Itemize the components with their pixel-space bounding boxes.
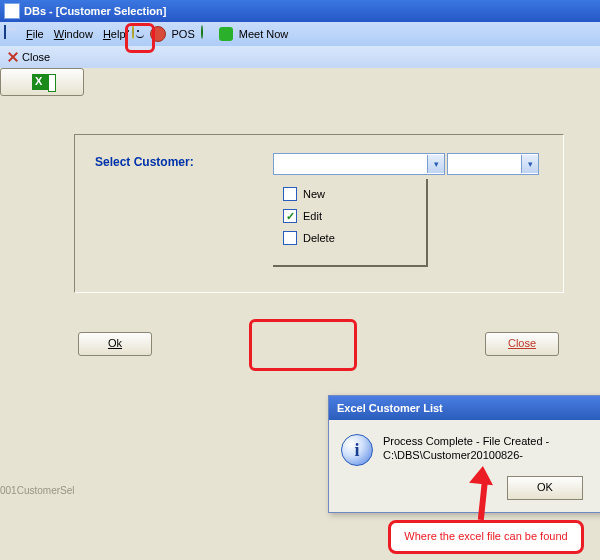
mode-group: New Edit Delete [273, 179, 428, 267]
globe-icon[interactable] [201, 26, 217, 42]
option-edit-label: Edit [303, 210, 322, 222]
option-new-label: New [303, 188, 325, 200]
checkbox-delete[interactable] [283, 231, 297, 245]
close-button[interactable]: Close [485, 332, 559, 356]
chevron-down-icon: ▾ [521, 155, 538, 173]
toolbar-close-button[interactable]: Close [2, 49, 55, 65]
dialog-title[interactable]: Excel Customer List [329, 396, 600, 420]
checkbox-new[interactable] [283, 187, 297, 201]
toolbar: Close [0, 46, 600, 68]
option-edit[interactable]: Edit [283, 209, 416, 223]
dialog-ok-button[interactable]: OK [507, 476, 583, 500]
toolbar-close-label: Close [22, 51, 50, 63]
annotation-highlight-excel [249, 319, 357, 371]
option-new[interactable]: New [283, 187, 416, 201]
excel-icon [32, 74, 52, 90]
menu-window[interactable]: Window [50, 26, 97, 42]
menu-meetnow[interactable]: Meet Now [235, 26, 293, 42]
dialog-message: Process Complete - File Created - C:\DBS… [383, 434, 589, 462]
ok-button[interactable]: Ok [78, 332, 152, 356]
app-window: DBs - [Customer Selection] File Window H… [0, 0, 600, 560]
menu-file[interactable]: File [22, 26, 48, 42]
stop-icon[interactable] [150, 26, 166, 42]
customer-panel: Select Customer: ▾ ▾ New Edit Delete [74, 134, 564, 293]
menu-pos[interactable]: POS [168, 26, 199, 42]
secondary-combo[interactable]: ▾ [447, 153, 539, 175]
close-icon [7, 51, 19, 63]
status-text: 001CustomerSel [0, 485, 74, 496]
select-customer-label: Select Customer: [95, 155, 194, 169]
option-delete-label: Delete [303, 232, 335, 244]
window-title: DBs - [Customer Selection] [24, 5, 166, 17]
checkbox-edit[interactable] [283, 209, 297, 223]
meet-icon[interactable] [219, 27, 233, 41]
option-delete[interactable]: Delete [283, 231, 416, 245]
info-dialog: Excel Customer List Process Complete - F… [328, 395, 600, 513]
save-icon[interactable] [4, 26, 20, 42]
chevron-down-icon: ▾ [427, 155, 444, 173]
app-icon [4, 3, 20, 19]
title-bar[interactable]: DBs - [Customer Selection] [0, 0, 600, 22]
menu-bar: File Window Help POS Meet Now [0, 22, 600, 46]
customer-combo[interactable]: ▾ [273, 153, 445, 175]
info-icon [341, 434, 373, 466]
export-excel-button[interactable] [0, 68, 84, 96]
annotation-callout: Where the excel file can be found [388, 520, 584, 554]
menu-help[interactable]: Help [99, 26, 130, 42]
smiley-icon[interactable] [132, 26, 148, 42]
